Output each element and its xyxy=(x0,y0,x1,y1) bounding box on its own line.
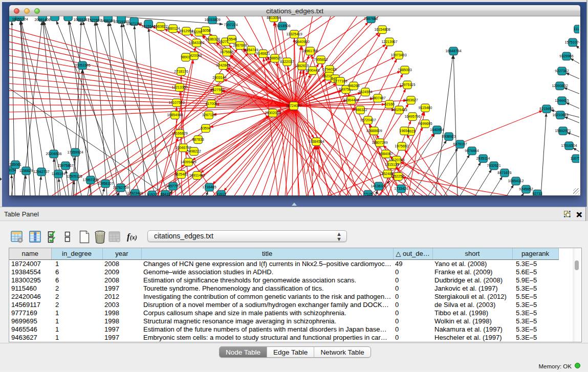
svg-text:16058: 16058 xyxy=(201,29,211,32)
svg-text:9242848: 9242848 xyxy=(216,63,230,67)
svg-text:92733: 92733 xyxy=(532,192,542,195)
svg-text:8215955: 8215955 xyxy=(539,107,553,111)
svg-text:116753: 116753 xyxy=(571,157,579,160)
svg-text:9463627: 9463627 xyxy=(404,98,418,102)
svg-text:12213369: 12213369 xyxy=(171,85,187,89)
svg-text:8186328: 8186328 xyxy=(206,37,220,41)
svg-text:15546: 15546 xyxy=(227,37,237,41)
svg-text:2803144: 2803144 xyxy=(212,76,226,79)
svg-text:16911442: 16911442 xyxy=(189,173,205,177)
svg-text:8938923: 8938923 xyxy=(442,135,455,138)
svg-text:39154: 39154 xyxy=(9,168,16,172)
svg-text:8813054: 8813054 xyxy=(267,16,280,19)
svg-text:7986322: 7986322 xyxy=(353,108,367,112)
svg-text:1156829: 1156829 xyxy=(19,169,33,172)
svg-text:10807487: 10807487 xyxy=(369,96,385,100)
svg-text:11123: 11123 xyxy=(574,27,579,31)
svg-text:252254: 252254 xyxy=(392,174,404,178)
svg-text:16648784: 16648784 xyxy=(445,49,461,53)
svg-text:746266: 746266 xyxy=(347,84,359,87)
svg-text:9660124: 9660124 xyxy=(166,27,180,30)
svg-text:16495796: 16495796 xyxy=(404,115,420,118)
svg-text:1588520: 1588520 xyxy=(268,56,281,60)
svg-text:3267110: 3267110 xyxy=(202,113,216,117)
svg-text:16154808: 16154808 xyxy=(374,28,390,31)
svg-text:2935114: 2935114 xyxy=(476,157,490,160)
svg-text:8322037: 8322037 xyxy=(280,60,294,63)
svg-text:8454749: 8454749 xyxy=(244,48,258,52)
svg-text:10655287: 10655287 xyxy=(73,18,89,21)
svg-text:16543392: 16543392 xyxy=(188,41,204,45)
svg-text:9474444: 9474444 xyxy=(465,149,478,152)
svg-text:1362615: 1362615 xyxy=(295,64,309,68)
svg-text:9084067: 9084067 xyxy=(379,152,393,156)
svg-text:12975115: 12975115 xyxy=(400,83,416,86)
svg-text:20364436: 20364436 xyxy=(343,98,359,102)
svg-text:1640954: 1640954 xyxy=(430,128,444,132)
svg-text:335061: 335061 xyxy=(9,163,21,166)
svg-text:17957255: 17957255 xyxy=(82,178,98,182)
svg-text:7955812: 7955812 xyxy=(314,58,328,61)
svg-text:16210643: 16210643 xyxy=(552,113,568,117)
svg-text:16033809: 16033809 xyxy=(204,18,220,21)
svg-text:15692971: 15692971 xyxy=(555,129,571,133)
svg-text:7632621: 7632621 xyxy=(487,164,500,167)
svg-text:18055724: 18055724 xyxy=(12,17,28,21)
svg-text:6794028: 6794028 xyxy=(322,68,336,71)
svg-text:13325419: 13325419 xyxy=(286,32,302,36)
svg-text:16854948: 16854948 xyxy=(167,113,183,117)
svg-text:10671355: 10671355 xyxy=(126,22,142,26)
svg-text:10688609: 10688609 xyxy=(366,129,382,133)
svg-text:20206536: 20206536 xyxy=(46,152,61,156)
svg-text:23975867: 23975867 xyxy=(57,164,73,167)
svg-text:1244415: 1244415 xyxy=(555,99,569,102)
svg-text:16782759: 16782759 xyxy=(113,186,128,189)
svg-text:16046798: 16046798 xyxy=(175,146,191,149)
svg-text:8471676: 8471676 xyxy=(497,171,511,174)
svg-text:887833: 887833 xyxy=(192,138,204,141)
svg-text:77125: 77125 xyxy=(363,192,373,195)
svg-text:2718176: 2718176 xyxy=(174,70,188,73)
svg-text:2867608: 2867608 xyxy=(233,43,247,47)
svg-text:7625402: 7625402 xyxy=(174,172,188,176)
svg-text:20691406: 20691406 xyxy=(34,18,50,21)
svg-text:9115460: 9115460 xyxy=(419,106,432,110)
svg-text:3675685: 3675685 xyxy=(220,50,233,54)
svg-text:12505135: 12505135 xyxy=(66,174,82,178)
svg-text:14099489: 14099489 xyxy=(180,160,196,164)
svg-text:15751074: 15751074 xyxy=(564,40,579,44)
svg-text:7485003: 7485003 xyxy=(398,68,411,72)
svg-text:7357224: 7357224 xyxy=(224,23,237,27)
svg-text:9457791: 9457791 xyxy=(166,184,180,188)
svg-text:17359924: 17359924 xyxy=(67,150,83,154)
svg-text:12213967: 12213967 xyxy=(381,40,397,43)
svg-text:12942737: 12942737 xyxy=(33,170,49,173)
svg-text:8427552: 8427552 xyxy=(210,88,224,92)
svg-text:12093832: 12093832 xyxy=(552,84,568,87)
svg-text:1975692: 1975692 xyxy=(395,144,408,148)
svg-text:16961758: 16961758 xyxy=(302,49,318,53)
svg-text:12923446: 12923446 xyxy=(127,191,143,195)
svg-text:10107553: 10107553 xyxy=(168,101,184,104)
svg-text:15720407: 15720407 xyxy=(360,118,376,122)
svg-text:19384554: 19384554 xyxy=(308,140,324,143)
svg-text:53594: 53594 xyxy=(201,126,211,130)
svg-text:1527602: 1527602 xyxy=(88,18,101,22)
svg-text:2887682: 2887682 xyxy=(364,17,378,20)
svg-text:19218506: 19218506 xyxy=(274,24,290,28)
svg-text:1145194: 1145194 xyxy=(52,172,66,176)
svg-text:9245652: 9245652 xyxy=(519,187,533,191)
svg-text:98901: 98901 xyxy=(181,55,191,59)
svg-text:62160: 62160 xyxy=(384,102,395,106)
svg-text:88433: 88433 xyxy=(160,192,170,195)
svg-text:10958107: 10958107 xyxy=(97,182,113,185)
svg-text:10654112: 10654112 xyxy=(508,179,524,183)
svg-text:10973493: 10973493 xyxy=(390,53,406,57)
svg-text:1815132: 1815132 xyxy=(385,163,399,166)
svg-text:16640910: 16640910 xyxy=(293,40,309,43)
svg-text:417006: 417006 xyxy=(205,102,217,105)
svg-text:8990448: 8990448 xyxy=(306,69,319,72)
svg-text:9329966: 9329966 xyxy=(559,54,573,58)
svg-text:23302035: 23302035 xyxy=(265,111,280,115)
svg-text:9777169: 9777169 xyxy=(333,79,347,83)
